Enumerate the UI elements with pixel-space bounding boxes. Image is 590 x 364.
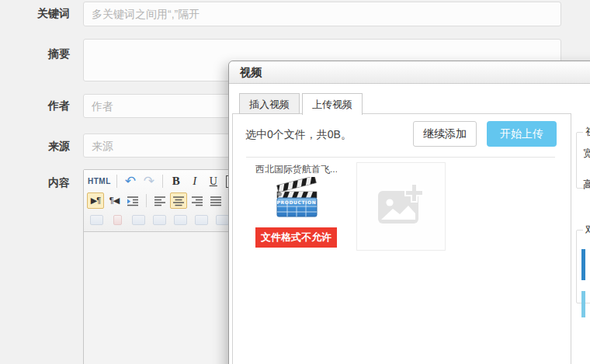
align-center-icon[interactable] <box>170 192 187 209</box>
source-code-button[interactable]: HTML <box>87 173 112 189</box>
source-label: 来源 <box>0 140 70 154</box>
content-label: 内容 <box>0 176 70 190</box>
alignment-option-icon[interactable] <box>581 291 585 317</box>
toolbar-separator <box>116 175 117 188</box>
italic-button[interactable]: I <box>186 173 203 189</box>
align-left-icon[interactable] <box>151 192 168 209</box>
underline-button[interactable]: U <box>205 173 222 189</box>
upload-status-text: 选中0个文件，共0B。 <box>245 128 352 142</box>
align-right-icon[interactable] <box>189 192 206 209</box>
add-more-button[interactable]: 继续添加 <box>413 121 477 147</box>
insert-row-below-icon[interactable] <box>171 212 190 228</box>
video-size-legend: 视 <box>583 125 590 139</box>
author-label: 作者 <box>0 99 70 113</box>
table-grid-icon[interactable] <box>192 212 211 228</box>
upload-panel: 选中0个文件，共0B。 继续添加 开始上传 西北国际货航首飞... <box>232 113 571 364</box>
height-row: 高 <box>583 176 590 193</box>
toolbar-separator <box>162 175 163 188</box>
tab-insert-video[interactable]: 插入视频 <box>239 93 300 114</box>
dialog-tabs: 插入视频 上传视频 <box>239 93 365 115</box>
video-dialog: 视频 插入视频 上传视频 选中0个文件，共0B。 继续添加 开始上传 西北国际货… <box>228 61 590 364</box>
undo-icon[interactable]: ↶ <box>122 173 139 189</box>
toolbar-separator <box>146 194 147 207</box>
align-justify-icon[interactable] <box>207 192 224 209</box>
upload-file-item[interactable]: 西北国际货航首飞... <box>255 162 337 248</box>
file-name: 西北国际货航首飞... <box>255 163 337 175</box>
ltr-direction-button[interactable]: ▶¶ <box>87 192 104 209</box>
add-file-placeholder[interactable] <box>356 162 446 251</box>
insert-table-icon[interactable] <box>129 212 148 228</box>
start-upload-button[interactable]: 开始上传 <box>487 121 557 147</box>
page: 关键词 摘要 作者 来源 内容 HTML ↶ ↷ B I U A ▶¶ ¶◀ <box>0 0 590 364</box>
bold-button[interactable]: B <box>168 173 185 189</box>
dialog-title: 视频 <box>229 61 590 84</box>
alignment-option-icon[interactable] <box>581 249 585 280</box>
keywords-label: 关键词 <box>0 7 70 21</box>
rtl-direction-button[interactable]: ¶◀ <box>106 192 123 209</box>
alignment-legend: 对 <box>583 223 590 237</box>
file-error-badge: 文件格式不允许 <box>255 227 337 248</box>
summary-label: 摘要 <box>0 47 70 61</box>
keywords-input[interactable] <box>83 2 561 26</box>
svg-text:PRODUCTION: PRODUCTION <box>276 199 316 205</box>
width-row: 宽 <box>583 145 590 162</box>
insert-column-icon[interactable] <box>87 212 106 228</box>
delete-column-icon[interactable] <box>108 212 127 228</box>
tab-upload-video[interactable]: 上传视频 <box>302 93 363 115</box>
height-label: 高 <box>583 178 590 192</box>
insert-row-right-icon[interactable] <box>150 212 169 228</box>
add-image-icon <box>377 183 426 230</box>
indent-icon[interactable] <box>124 192 141 209</box>
clapperboard-icon: PRODUCTION <box>255 177 337 224</box>
redo-icon[interactable]: ↷ <box>141 173 158 189</box>
alignment-fieldset: 对 <box>576 223 590 303</box>
panel-divider <box>246 157 555 158</box>
width-label: 宽 <box>583 147 590 161</box>
upload-items: 西北国际货航首飞... <box>255 162 446 251</box>
video-size-fieldset: 视 宽 高 <box>576 125 590 189</box>
